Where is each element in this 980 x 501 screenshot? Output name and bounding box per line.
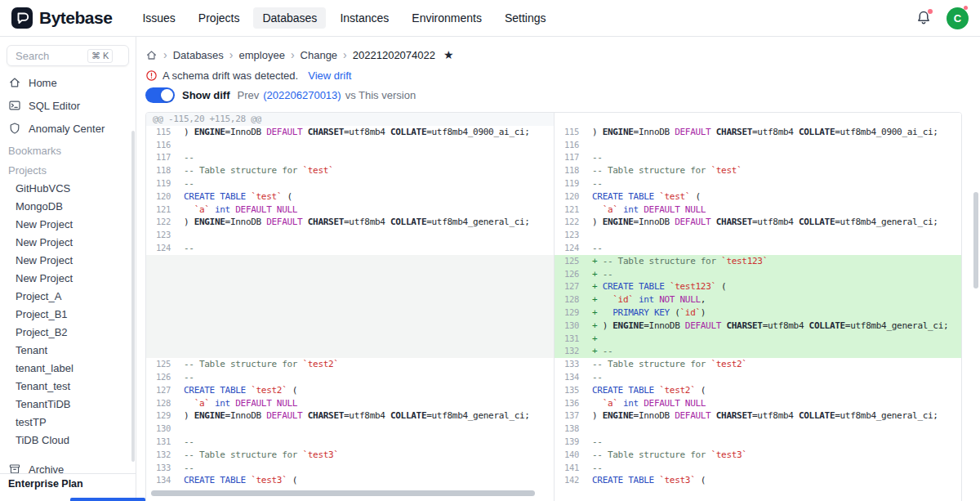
diff-row-spacer <box>146 268 554 281</box>
sidebar-project-item[interactable]: TenantTiDB <box>0 395 136 413</box>
search-box[interactable]: ⌘ K <box>7 45 129 66</box>
sidebar-project-item[interactable]: MongoDB <box>0 197 136 215</box>
sidebar-project-item[interactable]: New Project <box>0 269 136 287</box>
breadcrumb-item[interactable]: Databases <box>173 49 224 61</box>
sidebar-project-item[interactable]: TiDB Cloud <box>0 431 136 449</box>
diff-row: 122) ENGINE=InnoDB DEFAULT CHARSET=utf8m… <box>555 216 961 229</box>
diff-row: 122) ENGINE=InnoDB DEFAULT CHARSET=utf8m… <box>146 216 554 229</box>
shield-icon <box>8 122 21 135</box>
diff-row: 115) ENGINE=InnoDB DEFAULT CHARSET=utf8m… <box>555 126 961 139</box>
diff-row: 134-- <box>555 371 961 384</box>
diff-row: 134CREATE TABLE `test3` ( <box>146 474 554 487</box>
sidebar-item-home[interactable]: Home <box>0 71 136 94</box>
show-diff-label: Show diff <box>182 89 230 101</box>
search-input[interactable] <box>14 49 87 63</box>
toggle-knob <box>161 89 173 101</box>
user-avatar[interactable]: C <box>947 7 969 29</box>
diff-row-added: 126+ -- <box>555 268 961 281</box>
diff-hunk-header: @@ -115,20 +115,28 @@ <box>146 113 554 126</box>
sidebar-project-item[interactable]: New Project <box>0 215 136 233</box>
sidebar-item-anomaly-center[interactable]: Anomaly Center <box>0 117 136 140</box>
diff-row: 118-- Table structure for `test` <box>146 164 554 177</box>
diff-row-spacer <box>146 280 554 293</box>
prev-version-link[interactable]: (202206270013) <box>263 89 341 101</box>
quickstart-progress-sliver <box>70 498 145 501</box>
navbar-right: C <box>915 7 969 29</box>
horizontal-scrollbar[interactable] <box>151 490 535 496</box>
notifications-button[interactable] <box>915 10 932 26</box>
breadcrumb-separator: › <box>291 49 295 60</box>
nav-item-issues[interactable]: Issues <box>133 7 184 29</box>
diff-row-spacer <box>146 333 554 346</box>
nav-item-settings[interactable]: Settings <box>496 7 555 29</box>
diff-row: 115) ENGINE=InnoDB DEFAULT CHARSET=utf8m… <box>146 126 554 139</box>
vs-this-version-label: vs This version <box>345 89 416 101</box>
nav-item-instances[interactable]: Instances <box>331 7 398 29</box>
sidebar-project-item[interactable]: testTP <box>0 413 136 431</box>
diff-row: 130 <box>146 423 554 436</box>
diff-row: 138 <box>555 423 961 436</box>
diff-row: 119-- <box>555 177 961 190</box>
top-navbar: Bytebase IssuesProjectsDatabasesInstance… <box>0 0 980 37</box>
vertical-scrollbar[interactable] <box>973 192 978 289</box>
diff-row: 128 `a` int DEFAULT NULL <box>146 397 554 410</box>
breadcrumb-item[interactable]: Change <box>301 49 338 61</box>
diff-row: 139-- <box>555 436 961 449</box>
sidebar-item-sql-editor[interactable]: SQL Editor <box>0 94 136 117</box>
brand-name: Bytebase <box>39 8 112 28</box>
diff-row-added: 129+ PRIMARY KEY (`id`) <box>555 306 961 320</box>
breadcrumb-separator: › <box>163 49 167 60</box>
home-icon[interactable] <box>145 49 158 61</box>
bytebase-logo[interactable]: Bytebase <box>11 7 112 29</box>
sidebar-project-item[interactable]: Project_A <box>0 287 136 305</box>
diff-row: 123 <box>555 229 961 242</box>
breadcrumb-item[interactable]: 20221202074022 <box>353 49 435 61</box>
alert-circle-icon <box>145 69 158 82</box>
sidebar-scrollbar[interactable] <box>131 131 135 462</box>
breadcrumb-items: ›Databases›employee›Change›2022120207402… <box>163 49 435 61</box>
sidebar-project-item[interactable]: Tenant <box>0 341 136 359</box>
diff-row: 124-- <box>555 242 961 255</box>
diff-row: 117-- <box>146 151 554 164</box>
home-icon <box>8 76 21 89</box>
diff-row: 126-- <box>146 371 554 384</box>
main-content: ›Databases›employee›Change›2022120207402… <box>137 37 980 501</box>
sidebar-project-item[interactable]: New Project <box>0 233 136 251</box>
sidebar-project-item[interactable]: Tenant_test <box>0 377 136 395</box>
sidebar-project-item[interactable]: tenant_label <box>0 359 136 377</box>
schema-diff-viewer: @@ -115,20 +115,28 @@115) ENGINE=InnoDB … <box>145 112 962 501</box>
diff-row-blank <box>555 113 961 126</box>
sidebar-project-item[interactable]: Project_B1 <box>0 305 136 323</box>
diff-row-added: 130+ ) ENGINE=InnoDB DEFAULT CHARSET=utf… <box>555 320 961 333</box>
diff-row: 123 <box>146 229 554 242</box>
view-drift-link[interactable]: View drift <box>308 69 351 82</box>
diff-row: 120CREATE TABLE `test` ( <box>555 190 961 204</box>
sidebar-project-item[interactable]: GitHubVCS <box>0 179 136 197</box>
sidebar-section-projects: Projects <box>0 161 136 179</box>
diff-row-added: 128+ `id` int NOT NULL, <box>555 293 961 306</box>
diff-row: 121 `a` int DEFAULT NULL <box>555 204 961 217</box>
sidebar: ⌘ K Home SQL Editor Anomaly Center Bookm… <box>0 37 136 501</box>
diff-row: 127CREATE TABLE `test2` ( <box>146 384 554 397</box>
diff-row: 136 `a` int DEFAULT NULL <box>555 397 961 410</box>
breadcrumb-item[interactable]: employee <box>239 49 285 61</box>
nav-item-databases[interactable]: Databases <box>253 7 326 29</box>
diff-row: 125-- Table structure for `test2` <box>146 358 554 371</box>
sidebar-item-label: Anomaly Center <box>29 123 105 135</box>
diff-row-added: 131+ <box>555 333 961 346</box>
sidebar-project-item[interactable]: Project_B2 <box>0 323 136 341</box>
diff-pane-new: 115) ENGINE=InnoDB DEFAULT CHARSET=utf8m… <box>554 113 961 501</box>
avatar-status-dot <box>964 6 968 10</box>
sidebar-project-item[interactable]: New Project <box>0 251 136 269</box>
nav-item-environments[interactable]: Environments <box>403 7 491 29</box>
nav-item-projects[interactable]: Projects <box>189 7 249 29</box>
diff-row-spacer <box>146 306 554 320</box>
prev-label: Prev <box>238 89 260 101</box>
bookmark-star-icon[interactable]: ★ <box>443 48 454 61</box>
alert-message: A schema drift was detected. <box>163 69 298 82</box>
show-diff-toggle[interactable] <box>145 87 175 103</box>
diff-row: 132-- Table structure for `test3` <box>146 449 554 462</box>
diff-row: 116 <box>146 139 554 152</box>
diff-row: 135CREATE TABLE `test2` ( <box>555 384 961 397</box>
schema-drift-alert: A schema drift was detected. View drift <box>145 69 351 82</box>
